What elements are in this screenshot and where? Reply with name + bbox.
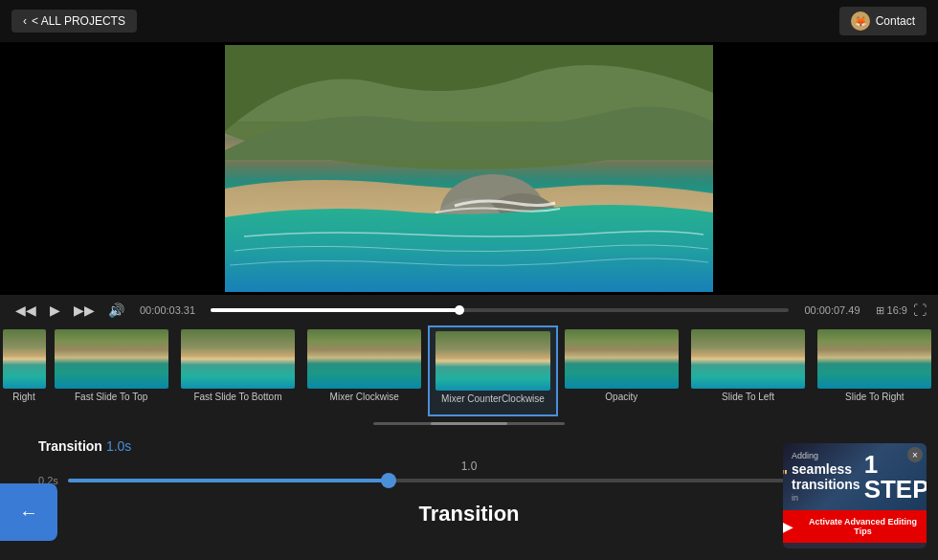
ad-quote-icon: " [783, 468, 788, 485]
back-icon: ← [19, 502, 38, 524]
back-arrow-icon: ‹ [23, 14, 27, 28]
thumb-img-mixer-counter [436, 331, 549, 391]
thumb-label-fast-slide-bottom: Fast Slide To Bottom [193, 392, 281, 403]
ad-line2: seamless transitions [792, 461, 860, 492]
slider-fill [68, 479, 389, 482]
transition-value: 1.0s [106, 438, 131, 454]
thumb-img-opacity [565, 329, 679, 389]
all-projects-label: < ALL PROJECTS [32, 14, 125, 28]
thumb-label-mixer-counter: Mixer CounterClockwise [441, 393, 545, 405]
thumb-fast-slide-top[interactable]: Fast Slide To Top [48, 325, 174, 416]
progress-fill [211, 308, 459, 312]
thumb-img-slide-left [691, 329, 805, 389]
slider-thumb[interactable] [381, 473, 396, 488]
thumb-img-right-partial [3, 329, 46, 389]
ad-cta-button[interactable]: ▶ Activate Advanced Editing Tips [783, 510, 927, 543]
ratio-button[interactable]: ⊞ 16:9 [876, 304, 907, 317]
progress-thumb[interactable] [455, 305, 464, 315]
slider-value-label: 1.0 [38, 459, 900, 473]
thumb-opacity[interactable]: Opacity [558, 325, 684, 416]
thumb-right-partial[interactable]: Right [0, 325, 48, 416]
ad-line3: in [792, 493, 860, 503]
ad-background: " Adding seamless transitions in 1 STEP [783, 443, 927, 510]
transition-label-row: Transition 1.0s [38, 438, 900, 454]
all-projects-button[interactable]: ‹ < ALL PROJECTS [11, 10, 137, 33]
thumb-label-slide-right: Slide To Right [845, 392, 904, 403]
transition-slider[interactable] [68, 479, 870, 482]
transition-label: Transition [38, 438, 102, 454]
video-area [0, 42, 938, 295]
ad-close-icon: × [912, 450, 918, 460]
slider-row: 0.2s 2.0s [38, 475, 900, 486]
thumb-img-mixer-clockwise [307, 329, 421, 389]
play-button[interactable]: ▶ [46, 301, 64, 320]
thumb-slide-left[interactable]: Slide To Left [684, 325, 811, 416]
ad-close-button[interactable]: × [907, 447, 923, 462]
contact-button[interactable]: 🦊 Contact [839, 7, 927, 35]
video-preview [225, 45, 713, 292]
grid-icon: ⊞ [876, 304, 884, 316]
playback-bar: ◀◀ ▶ ▶▶ 🔊 00:00:03.31 00:00:07.49 ⊞ 16:9… [0, 295, 938, 325]
skip-back-button[interactable]: ◀◀ [11, 301, 40, 320]
top-bar: ‹ < ALL PROJECTS 🦊 Contact [0, 0, 938, 42]
thumb-label-slide-left: Slide To Left [722, 392, 774, 403]
time-right: 00:00:07.49 [804, 304, 860, 316]
thumb-img-fast-slide-bottom [181, 329, 295, 389]
thumb-img-fast-slide-top [55, 329, 168, 389]
thumb-mixer-clockwise[interactable]: Mixer Clockwise [302, 325, 428, 416]
thumb-slide-right[interactable]: Slide To Right [812, 325, 938, 416]
youtube-icon: ▶ [783, 519, 793, 534]
section-title: Transition [418, 502, 519, 526]
time-left: 00:00:03.31 [140, 304, 195, 316]
ratio-label: 16:9 [887, 304, 907, 316]
progress-bar[interactable] [211, 308, 789, 312]
thumb-fast-slide-bottom[interactable]: Fast Slide To Bottom [174, 325, 301, 416]
back-button[interactable]: ← [0, 483, 57, 541]
contact-label: Contact [876, 14, 915, 28]
scroll-thumb [431, 422, 507, 425]
thumb-img-slide-right [817, 329, 931, 389]
thumbnails-strip: Right Fast Slide To Top Fast Slide To Bo… [0, 325, 938, 416]
video-frame [225, 45, 713, 292]
thumb-mixer-counter[interactable]: Mixer CounterClockwise [428, 325, 558, 416]
ad-btn-label: Activate Advanced Editing Tips [799, 517, 927, 536]
playback-controls: ◀◀ ▶ ▶▶ 🔊 [11, 301, 128, 320]
ratio-controls: ⊞ 16:9 ⛶ [876, 302, 927, 318]
thumb-label-mixer-clockwise: Mixer Clockwise [330, 392, 399, 403]
thumb-label-opacity: Opacity [605, 392, 637, 403]
fullscreen-button[interactable]: ⛶ [913, 302, 927, 318]
thumb-label-right-partial: Right [12, 392, 34, 403]
skip-forward-button[interactable]: ▶▶ [70, 301, 99, 320]
ad-text-block: Adding seamless transitions in [792, 451, 860, 503]
ad-line1: Adding [792, 451, 860, 460]
volume-button[interactable]: 🔊 [104, 301, 128, 320]
scroll-indicator[interactable] [373, 422, 565, 425]
thumb-label-fast-slide-top: Fast Slide To Top [75, 392, 147, 403]
contact-avatar: 🦊 [851, 11, 870, 31]
ad-panel: × " Adding seamless transitions in 1 STE… [783, 443, 927, 549]
